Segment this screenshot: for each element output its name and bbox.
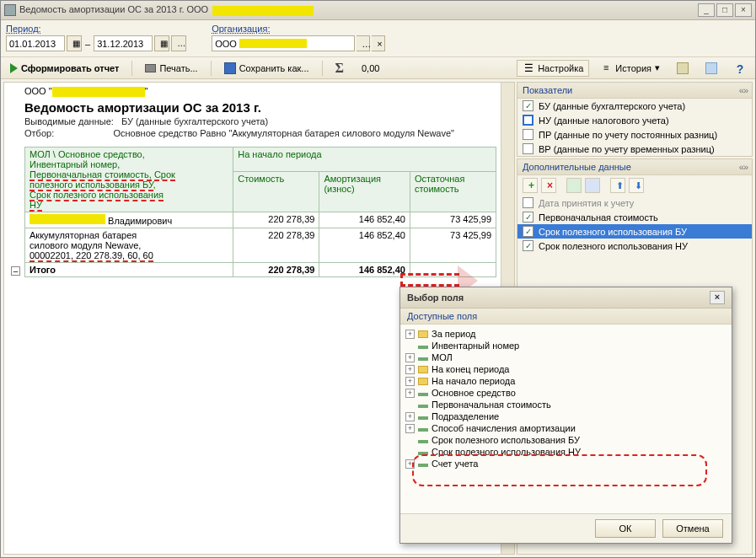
tree-row[interactable]: +Подразделение — [405, 410, 727, 422]
total-cost: 220 278,39 — [233, 263, 319, 277]
field-icon — [418, 428, 428, 432]
extra-item[interactable]: Срок полезного использования НУ — [517, 239, 752, 253]
report-header: ООО "" Ведомость амортизации ОС за 2013 … — [4, 84, 514, 142]
generate-report-button[interactable]: Сформировать отчет — [4, 61, 125, 76]
checkbox[interactable] — [523, 100, 533, 111]
extra-item[interactable]: Срок полезного использования БУ — [517, 224, 752, 239]
indicators-item[interactable]: ВР (данные по учету временных разниц) — [517, 142, 752, 156]
data-row-asset[interactable]: Аккумуляторная батарея силового модуля N… — [25, 228, 496, 263]
save-as-button[interactable]: Сохранить как... — [218, 60, 315, 77]
generate-label: Сформировать отчет — [21, 63, 119, 73]
tree-row[interactable]: +За период — [405, 328, 727, 340]
extra-header[interactable]: Дополнительные данные « » — [517, 159, 752, 175]
hdr-resid: Остаточная стоимость — [410, 171, 496, 212]
asset-cost: 220 278,39 — [233, 228, 319, 263]
mol-resid: 73 425,99 — [410, 212, 496, 228]
close-button[interactable]: × — [735, 3, 752, 17]
help-icon — [734, 62, 746, 74]
check-all-button[interactable] — [566, 178, 582, 193]
extra-item[interactable]: Первоначальная стоимость — [517, 210, 752, 224]
checkbox[interactable] — [523, 240, 533, 251]
extra-item[interactable]: Дата принятия к учету — [517, 196, 752, 210]
minimize-button[interactable]: _ — [698, 3, 715, 17]
indicators-header[interactable]: Показатели « » — [517, 83, 752, 99]
tree-row[interactable]: +Способ начисления амортизации — [405, 422, 727, 434]
popup-tree[interactable]: +За периодИнвентарный номер+МОЛ+На конец… — [400, 325, 732, 514]
date-to-picker[interactable]: ▦ — [154, 35, 169, 51]
data-row-mol[interactable]: Владимирович 220 278,39 146 852,40 73 42… — [25, 212, 496, 228]
expand-icon[interactable]: + — [405, 353, 415, 362]
expand-icon[interactable]: + — [405, 389, 415, 398]
checkbox[interactable] — [523, 212, 533, 223]
indicators-item[interactable]: НУ (данные налогового учета) — [517, 113, 752, 127]
indicators-item[interactable]: БУ (данные бухгалтерского учета) — [517, 99, 752, 113]
tree-row[interactable]: +Счет учета — [405, 458, 727, 469]
tree-row[interactable]: +На начало периода — [405, 375, 727, 387]
print-label: Печать... — [159, 63, 197, 73]
tree-label: Подразделение — [432, 411, 499, 421]
expand-icon[interactable]: + — [405, 459, 415, 469]
tree-row[interactable]: +На конец периода — [405, 363, 727, 375]
org-clear-button[interactable]: × — [372, 35, 385, 51]
move-up-button[interactable] — [610, 178, 625, 193]
out-value: БУ (данные бухгалтерского учета) — [121, 116, 268, 126]
period-wizard-button[interactable]: … — [171, 35, 186, 51]
move-down-button[interactable] — [629, 178, 644, 193]
tree-row[interactable]: Срок полезного использования НУ — [405, 446, 727, 458]
popup-button-bar: ОК Отмена — [400, 514, 732, 543]
history-button[interactable]: История ▾ — [594, 60, 666, 77]
popup-close-button[interactable]: × — [710, 291, 725, 304]
titlebar: Ведомость амортизации ОС за 2013 г. ООО … — [1, 1, 755, 20]
org-group: Организация: ООО … × — [212, 24, 385, 51]
field-icon — [418, 440, 428, 443]
add-field-button[interactable]: + — [523, 178, 538, 193]
print-button[interactable]: Печать... — [139, 61, 203, 76]
checkbox[interactable] — [523, 197, 533, 208]
expand-icon[interactable]: + — [405, 377, 415, 386]
tool2-button[interactable] — [700, 60, 723, 77]
hdr-amort: Амортизация (износ) — [319, 171, 410, 212]
extra-list: Дата принятия к учетуПервоначальная стои… — [517, 196, 752, 253]
sum-button[interactable]: Σ — [330, 60, 350, 77]
checkbox[interactable] — [523, 226, 533, 237]
mol-cell: Владимирович — [25, 212, 233, 228]
total-label: Итого — [25, 263, 233, 277]
date-from-picker[interactable]: ▦ — [67, 35, 82, 51]
mail-button[interactable] — [671, 60, 694, 77]
org-input[interactable]: ООО — [212, 35, 355, 51]
hdr-cost: Стоимость — [233, 171, 319, 212]
date-to-input[interactable] — [94, 35, 153, 51]
report-table: МОЛ \ Основное средство, Инвентарный ном… — [24, 147, 496, 277]
indicators-item[interactable]: ПР (данные по учету постоянных разниц) — [517, 127, 752, 142]
tree-row[interactable]: Инвентарный номер — [405, 340, 727, 351]
expand-icon[interactable]: + — [405, 365, 415, 374]
ok-button[interactable]: ОК — [595, 519, 656, 538]
expand-icon[interactable]: + — [405, 330, 415, 339]
expand-icon[interactable]: + — [405, 424, 415, 433]
uncheck-all-button[interactable] — [585, 178, 600, 193]
total-row: Итого 220 278,39 146 852,40 — [25, 263, 496, 277]
checkbox[interactable] — [523, 143, 533, 154]
checkbox[interactable] — [523, 129, 533, 140]
date-from-input[interactable] — [6, 35, 65, 51]
delete-field-button[interactable]: × — [541, 178, 556, 193]
expand-toggle[interactable]: – — [11, 266, 20, 276]
tree-row[interactable]: +Основное средство — [405, 387, 727, 399]
maximize-button[interactable]: □ — [716, 3, 733, 17]
help-button[interactable] — [728, 60, 752, 77]
tree-label: Инвентарный номер — [432, 341, 519, 351]
org-dropdown-button[interactable]: … — [357, 35, 370, 51]
org-label: Организация: — [212, 24, 385, 34]
report-output-row: Выводимые данные: БУ (данные бухгалтерск… — [24, 116, 494, 126]
tree-row[interactable]: Первоначальная стоимость — [405, 399, 727, 410]
mail-icon — [677, 62, 689, 74]
extra-item-label: Первоначальная стоимость — [539, 212, 658, 223]
tree-row[interactable]: Срок полезного использования БУ — [405, 434, 727, 446]
toolbar: Сформировать отчет Печать... Сохранить к… — [1, 57, 755, 79]
checkbox[interactable] — [523, 115, 533, 126]
tree-label: На конец периода — [432, 364, 509, 374]
settings-button[interactable]: Настройка — [517, 60, 589, 77]
tree-row[interactable]: +МОЛ — [405, 351, 727, 363]
cancel-button[interactable]: Отмена — [662, 519, 723, 538]
expand-icon[interactable]: + — [405, 412, 415, 421]
